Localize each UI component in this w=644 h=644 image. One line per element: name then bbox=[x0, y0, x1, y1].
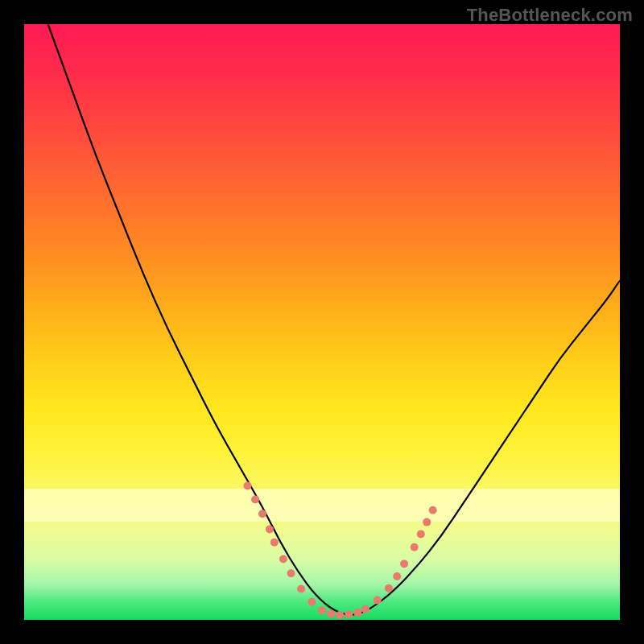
curve-marker bbox=[353, 609, 361, 617]
curve-marker bbox=[244, 482, 252, 490]
curve-marker bbox=[297, 585, 305, 593]
curve-marker bbox=[385, 584, 393, 592]
bottleneck-curve bbox=[48, 24, 620, 615]
curve-marker bbox=[400, 559, 408, 568]
curve-marker bbox=[374, 597, 382, 605]
curve-marker bbox=[429, 506, 437, 514]
curve-marker bbox=[345, 610, 353, 618]
curve-marker bbox=[251, 496, 259, 504]
marker-group bbox=[244, 482, 437, 620]
curve-svg bbox=[24, 24, 620, 620]
curve-marker bbox=[308, 598, 316, 606]
curve-marker bbox=[423, 518, 431, 526]
curve-marker bbox=[361, 605, 369, 613]
curve-marker bbox=[318, 606, 326, 614]
curve-marker bbox=[411, 543, 419, 551]
curve-marker bbox=[287, 569, 295, 577]
curve-marker bbox=[393, 572, 401, 580]
curve-marker bbox=[258, 510, 266, 518]
curve-marker bbox=[327, 610, 335, 618]
curve-marker bbox=[417, 530, 425, 538]
curve-marker bbox=[279, 555, 287, 564]
curve-marker bbox=[266, 526, 274, 534]
watermark-text: TheBottleneck.com bbox=[467, 5, 633, 26]
curve-marker bbox=[336, 611, 344, 619]
chart-frame: TheBottleneck.com bbox=[0, 0, 644, 644]
curve-marker bbox=[270, 539, 279, 547]
plot-area bbox=[24, 24, 620, 620]
